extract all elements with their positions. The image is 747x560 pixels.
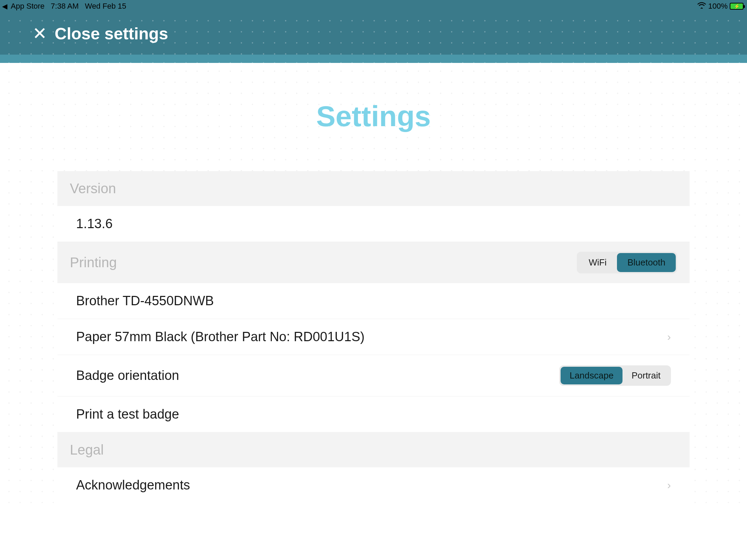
section-header-legal-label: Legal — [70, 442, 104, 458]
status-date: Wed Feb 15 — [85, 2, 126, 11]
connection-bluetooth-option[interactable]: Bluetooth — [617, 253, 676, 272]
chevron-right-icon: › — [667, 330, 671, 343]
connection-segmented: WiFi Bluetooth — [577, 252, 677, 273]
paper-name: Paper 57mm Black (Brother Part No: RD001… — [76, 329, 365, 344]
accent-strip — [0, 55, 747, 63]
battery-percent: 100% — [708, 2, 728, 11]
section-header-legal: Legal — [57, 432, 690, 467]
body: Settings Version 1.13.6 Printing WiFi Bl… — [0, 63, 747, 503]
status-back-label[interactable]: App Store — [11, 2, 45, 11]
settings-list: Version 1.13.6 Printing WiFi Bluetooth B… — [57, 171, 690, 503]
chevron-right-icon: › — [667, 479, 671, 492]
orientation-landscape-option[interactable]: Landscape — [561, 367, 622, 384]
printer-name: Brother TD-4550DNWB — [76, 293, 214, 308]
wifi-icon — [697, 2, 706, 11]
close-icon[interactable]: ✕ — [33, 25, 47, 42]
back-triangle-icon[interactable]: ◀ — [2, 2, 7, 10]
orientation-row: Badge orientation Landscape Portrait — [57, 355, 690, 396]
section-header-version-label: Version — [70, 181, 116, 196]
version-row: 1.13.6 — [57, 206, 690, 242]
section-header-printing: Printing WiFi Bluetooth — [57, 242, 690, 283]
section-header-version: Version — [57, 171, 690, 206]
status-bar: ◀ App Store 7:38 AM Wed Feb 15 100% ⚡ — [0, 0, 747, 12]
status-time: 7:38 AM — [51, 2, 79, 11]
close-settings-button[interactable]: Close settings — [55, 24, 168, 43]
acknowledgements-label: Acknowledgements — [76, 478, 190, 493]
status-left: ◀ App Store 7:38 AM Wed Feb 15 — [2, 2, 126, 11]
orientation-portrait-option[interactable]: Portrait — [622, 367, 670, 384]
orientation-segmented: Landscape Portrait — [559, 365, 671, 386]
print-test-badge-label: Print a test badge — [76, 407, 179, 422]
orientation-label: Badge orientation — [76, 368, 179, 383]
page-title: Settings — [0, 100, 747, 133]
version-value: 1.13.6 — [76, 216, 113, 231]
printer-row[interactable]: Brother TD-4550DNWB — [57, 283, 690, 319]
section-header-printing-label: Printing — [70, 255, 117, 270]
print-test-badge-row[interactable]: Print a test badge — [57, 396, 690, 432]
status-right: 100% ⚡ — [697, 2, 744, 11]
connection-wifi-option[interactable]: WiFi — [578, 253, 617, 272]
paper-row[interactable]: Paper 57mm Black (Brother Part No: RD001… — [57, 319, 690, 355]
acknowledgements-row[interactable]: Acknowledgements › — [57, 467, 690, 503]
header-bar: ✕ Close settings — [0, 12, 747, 55]
battery-icon: ⚡ — [730, 3, 744, 10]
